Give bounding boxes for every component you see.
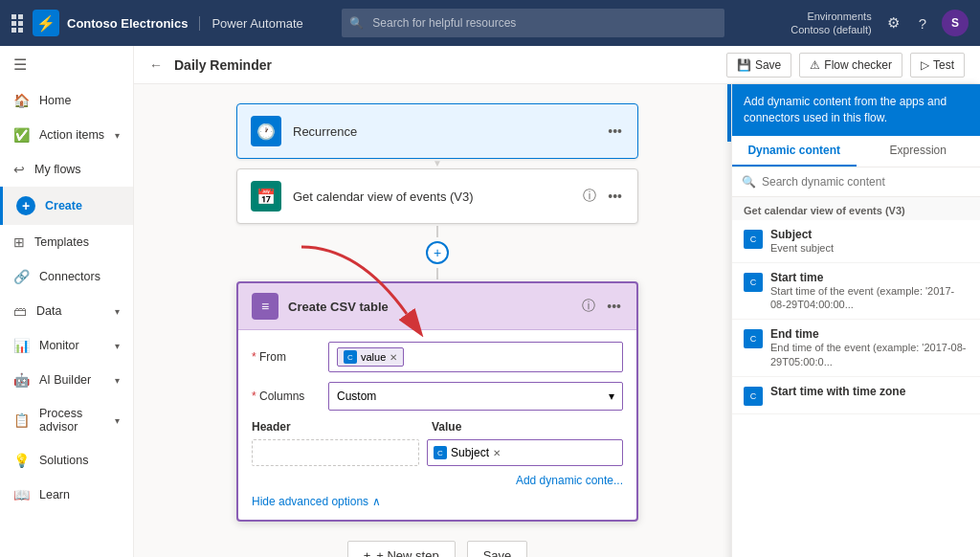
columns-select[interactable]: Custom ▾ bbox=[328, 382, 623, 411]
company-name: Contoso Electronics bbox=[67, 16, 188, 31]
from-input[interactable]: C value ✕ bbox=[328, 342, 623, 372]
tab-expression[interactable]: Expression bbox=[857, 136, 981, 167]
sidebar-collapse-button[interactable]: ☰ bbox=[0, 46, 133, 83]
sidebar-item-process-advisor[interactable]: 📋 Process advisor ▾ bbox=[0, 397, 133, 443]
chevron-down-icon: ▾ bbox=[115, 341, 120, 351]
token-remove-button[interactable]: ✕ bbox=[390, 352, 397, 363]
sidebar-item-monitor[interactable]: 📊 Monitor ▾ bbox=[0, 328, 133, 363]
dynamic-panel-tabs: Dynamic content Expression bbox=[732, 136, 980, 167]
dynamic-content-panel: Add dynamic content from the apps and co… bbox=[731, 84, 980, 557]
subject-desc: Event subject bbox=[770, 241, 969, 255]
hide-advanced-button[interactable]: Hide advanced options ∧ bbox=[252, 495, 623, 508]
grid-icon bbox=[11, 14, 23, 33]
dynamic-item-end-time[interactable]: C End time End time of the event (exampl… bbox=[732, 320, 980, 377]
csv-title: Create CSV table bbox=[288, 300, 580, 314]
subject-token-remove[interactable]: ✕ bbox=[493, 448, 501, 458]
info-icon[interactable]: ⓘ bbox=[581, 186, 598, 207]
dynamic-search[interactable]: 🔍 bbox=[732, 167, 980, 197]
plus-icon: + bbox=[364, 548, 371, 557]
header-text-input[interactable] bbox=[252, 439, 419, 466]
sidebar-item-solutions[interactable]: 💡 Solutions bbox=[0, 443, 133, 478]
sidebar-item-templates[interactable]: ⊞ Templates bbox=[0, 225, 133, 259]
monitor-icon: 📊 bbox=[13, 338, 30, 353]
subject-icon: C bbox=[744, 230, 763, 249]
avatar[interactable]: S bbox=[942, 10, 969, 36]
my-flows-icon: ↩ bbox=[13, 162, 25, 177]
sidebar-item-data[interactable]: 🗃 Data ▾ bbox=[0, 294, 133, 328]
sidebar-item-home[interactable]: 🏠 Home bbox=[0, 83, 133, 118]
connector-line-bottom bbox=[436, 268, 438, 279]
main-layout: ☰ 🏠 Home ✅ Action items ▾ ↩ My flows + C… bbox=[0, 46, 980, 557]
content-area: ← Daily Reminder 💾 Save ⚠ Flow checker ▷… bbox=[134, 46, 980, 557]
search-input[interactable] bbox=[342, 9, 724, 37]
start-time-title: Start time bbox=[770, 271, 969, 284]
sidebar-label-templates: Templates bbox=[34, 235, 89, 249]
sidebar-label-create: Create bbox=[45, 199, 82, 212]
sidebar-label-home: Home bbox=[39, 94, 71, 107]
step-actions-2: ⓘ ••• bbox=[581, 186, 624, 207]
help-icon[interactable]: ? bbox=[915, 11, 930, 35]
tab-dynamic-content[interactable]: Dynamic content bbox=[732, 136, 857, 167]
subject-token-icon: C bbox=[434, 446, 447, 459]
start-time-tz-icon: C bbox=[744, 387, 763, 406]
flow-checker-button[interactable]: ⚠ Flow checker bbox=[799, 53, 902, 78]
connector-plus-area: + bbox=[426, 226, 449, 279]
value-input[interactable]: C Subject ✕ bbox=[427, 439, 623, 466]
end-time-icon: C bbox=[744, 329, 763, 348]
get-calendar-step[interactable]: 📅 Get calendar view of events (V3) ⓘ ••• bbox=[236, 168, 638, 224]
company-logo: ⚡ Contoso Electronics bbox=[11, 10, 188, 36]
dynamic-item-subject[interactable]: C Subject Event subject bbox=[732, 220, 980, 263]
csv-info-icon[interactable]: ⓘ bbox=[580, 296, 597, 317]
save-icon: 💾 bbox=[737, 58, 751, 72]
start-time-icon: C bbox=[744, 273, 763, 292]
ai-builder-icon: 🤖 bbox=[13, 372, 30, 388]
canvas-save-button[interactable]: Save bbox=[467, 541, 528, 557]
sidebar-item-my-flows[interactable]: ↩ My flows bbox=[0, 152, 133, 187]
sidebar-item-connectors[interactable]: 🔗 Connectors bbox=[0, 259, 133, 294]
test-icon: ▷ bbox=[921, 58, 929, 72]
add-step-button[interactable]: + bbox=[426, 241, 449, 264]
chevron-up-icon: ∧ bbox=[372, 495, 381, 508]
search-icon: 🔍 bbox=[349, 16, 364, 30]
csv-more-icon[interactable]: ••• bbox=[605, 297, 623, 316]
templates-icon: ⊞ bbox=[13, 234, 25, 250]
settings-icon[interactable]: ⚙ bbox=[883, 11, 903, 35]
sidebar: ☰ 🏠 Home ✅ Action items ▾ ↩ My flows + C… bbox=[0, 46, 134, 557]
columns-data-row: C Subject ✕ bbox=[252, 439, 623, 466]
sidebar-item-ai-builder[interactable]: 🤖 AI Builder ▾ bbox=[0, 363, 133, 397]
sidebar-label-action-items: Action items bbox=[39, 128, 104, 142]
test-button[interactable]: ▷ Test bbox=[910, 53, 965, 78]
start-time-tz-title: Start time with time zone bbox=[770, 385, 969, 398]
more-options-icon[interactable]: ••• bbox=[606, 122, 624, 141]
recurrence-step[interactable]: 🕐 Recurrence ••• bbox=[236, 103, 638, 159]
search-bar[interactable]: 🔍 bbox=[342, 9, 724, 37]
canvas-bottom-actions: + + New step Save bbox=[347, 541, 528, 557]
save-button[interactable]: 💾 Save bbox=[726, 53, 791, 78]
back-button[interactable]: ← bbox=[149, 57, 163, 73]
sidebar-label-ai-builder: AI Builder bbox=[39, 373, 91, 387]
value-token: C value ✕ bbox=[337, 347, 404, 367]
more-options-icon[interactable]: ••• bbox=[606, 187, 624, 206]
new-step-button[interactable]: + + New step bbox=[347, 541, 456, 557]
dynamic-search-input[interactable] bbox=[762, 175, 970, 189]
subject-title: Subject bbox=[770, 228, 969, 241]
dynamic-item-start-time-tz[interactable]: C Start time with time zone bbox=[732, 377, 980, 414]
topbar-right: Environments Contoso (default) ⚙ ? S bbox=[791, 10, 969, 37]
chevron-down-icon: ▾ bbox=[115, 130, 120, 141]
learn-icon: 📖 bbox=[13, 487, 30, 502]
token-icon: C bbox=[344, 350, 357, 364]
add-dynamic-content-link[interactable]: Add dynamic conte... bbox=[252, 474, 623, 487]
sidebar-item-create[interactable]: + Create bbox=[0, 187, 133, 225]
recurrence-icon: 🕐 bbox=[251, 116, 281, 146]
sidebar-item-action-items[interactable]: ✅ Action items ▾ bbox=[0, 118, 133, 152]
recurrence-title: Recurrence bbox=[293, 124, 606, 139]
value-label: Value bbox=[432, 420, 623, 434]
sidebar-label-process-advisor: Process advisor bbox=[39, 407, 105, 434]
search-icon: 🔍 bbox=[742, 175, 756, 189]
dynamic-item-start-time[interactable]: C Start time Start time of the event (ex… bbox=[732, 263, 980, 321]
connectors-icon: 🔗 bbox=[13, 269, 30, 284]
sidebar-item-learn[interactable]: 📖 Learn bbox=[0, 478, 133, 512]
environment-info: Environments Contoso (default) bbox=[791, 10, 871, 37]
connector-line-top bbox=[436, 226, 438, 237]
flow-checker-icon: ⚠ bbox=[810, 58, 820, 72]
